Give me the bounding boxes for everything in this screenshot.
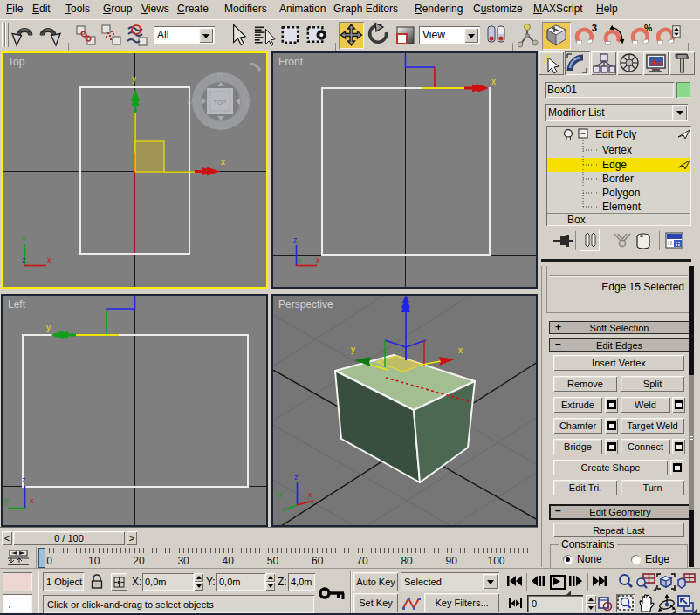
svg-text:x: x (458, 345, 463, 355)
svg-text:x: x (491, 77, 496, 86)
svg-text:%: % (644, 24, 652, 33)
svg-text:y: y (46, 323, 51, 332)
svg-text:z: z (22, 475, 26, 484)
svg-text:y: y (298, 256, 302, 264)
svg-text:x: x (47, 256, 51, 264)
svg-text:z: z (294, 473, 299, 482)
svg-text:y: y (22, 235, 26, 243)
svg-text:y: y (132, 74, 136, 84)
svg-text:x: x (308, 490, 312, 499)
svg-text:z: z (293, 236, 298, 244)
svg-text:y: y (351, 345, 355, 354)
svg-text:x: x (30, 496, 34, 505)
svg-text:W: W (186, 97, 194, 106)
svg-text:3: 3 (592, 23, 597, 33)
svg-text:E: E (246, 98, 251, 106)
svg-text:z: z (22, 256, 26, 264)
svg-text:x: x (221, 157, 225, 167)
svg-text:y: y (278, 489, 283, 498)
svg-text:y: y (4, 496, 9, 505)
svg-text:x: x (316, 256, 320, 264)
svg-text:TOP: TOP (214, 99, 227, 106)
svg-text:S: S (217, 122, 223, 131)
svg-text:N: N (217, 71, 223, 79)
